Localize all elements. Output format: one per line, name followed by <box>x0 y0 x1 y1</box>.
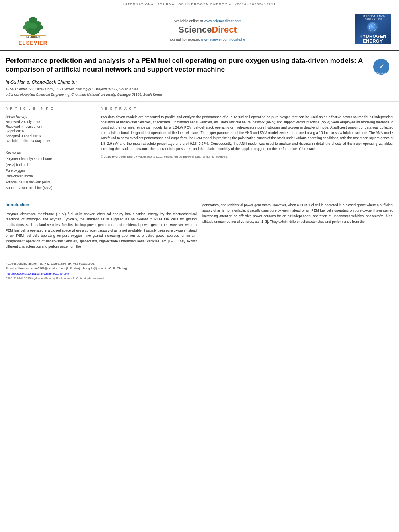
title-text-area: Performance prediction and analysis of a… <box>6 56 369 97</box>
keywords-section: Keywords: Polymer electrolyte membrane (… <box>6 148 87 191</box>
keyword-2: Pure oxygen <box>6 168 87 173</box>
affiliation-b: b School of Applied Chemical Engineering… <box>6 92 369 97</box>
keywords-label: Keywords: <box>6 150 87 154</box>
svg-text:✓: ✓ <box>379 63 384 70</box>
svg-point-6 <box>25 21 31 25</box>
received-value: Received 29 July 2015 <box>6 120 87 125</box>
introduction-text-right: generators, and residential power genera… <box>202 203 393 224</box>
corresponding-label: * Corresponding author. Tel.: +82 625301… <box>6 262 95 265</box>
science-text: Science <box>178 25 212 35</box>
elsevier-logo-area: ELSEVIER ELSEVIER <box>0 12 64 50</box>
affiliation-a: a R&D Center, GS Caltex Corp., 359 Expo-… <box>6 87 369 92</box>
article-info-col: A R T I C L E I N F O Article history: R… <box>6 107 94 191</box>
he-logo-box: InternationalJournal of HYDROGENENERGY <box>355 14 391 44</box>
title-section: Performance prediction and analysis of a… <box>0 51 399 102</box>
affiliations: a R&D Center, GS Caltex Corp., 359 Expo-… <box>6 87 369 97</box>
online-value: Available online 24 May 2016 <box>6 139 87 144</box>
svg-text:CrossMark: CrossMark <box>376 72 387 74</box>
footer-area: * Corresponding author. Tel.: +82 625301… <box>0 258 399 284</box>
svg-point-7 <box>35 21 41 25</box>
journal-homepage-url[interactable]: www.elsevier.com/locate/he <box>201 37 245 41</box>
svg-point-5 <box>37 25 43 30</box>
copyright-line: © 2016 Hydrogen Energy Publications LLC.… <box>101 155 393 158</box>
keyword-4: Artificial neural network (ANN) <box>6 179 87 185</box>
direct-text: Direct <box>212 25 237 35</box>
svg-point-12 <box>371 25 373 27</box>
he-logo-hydrogen: HYDROGENENERGY <box>359 34 387 43</box>
keyword-5: Support vector machine (SVM) <box>6 185 87 191</box>
elsevier-label: ELSEVIER <box>19 40 47 46</box>
abstract-col: A B S T R A C T Two data-driven models a… <box>94 107 393 191</box>
hydrogen-energy-logo-area: InternationalJournal of HYDROGENENERGY <box>351 12 399 50</box>
revised-date: 5 April 2016 <box>6 129 87 134</box>
introduction-text-left: Polymer electrolyte membrane (PEM) fuel … <box>6 212 197 250</box>
journal-bar: INTERNATIONAL JOURNAL OF HYDROGEN ENERGY… <box>0 0 399 8</box>
elsevier-tree-icon: ELSEVIER <box>11 12 55 38</box>
center-header: Available online at www.sciencedirect.co… <box>64 12 351 50</box>
svg-text:ELSEVIER: ELSEVIER <box>26 35 40 38</box>
crossmark-area: ✓ CrossMark <box>369 56 393 97</box>
article-info-header: A R T I C L E I N F O <box>6 107 87 112</box>
main-content: Introduction Polymer electrolyte membran… <box>0 196 399 255</box>
article-title: Performance prediction and analysis of a… <box>6 56 369 74</box>
journal-citation: INTERNATIONAL JOURNAL OF HYDROGEN ENERGY… <box>123 2 276 6</box>
abstract-header: A B S T R A C T <box>101 107 393 112</box>
he-logo-intl: InternationalJournal of <box>361 14 385 21</box>
email-footnote: E-mail addresses: ishan1969@gscaltex.com… <box>6 266 393 271</box>
keyword-1: Polymer electrolyte membrane <box>6 156 87 162</box>
available-online-text: Available online at www.sciencedirect.co… <box>174 19 242 23</box>
doi-line[interactable]: http://dx.doi.org/10.1016/j.ijhydene.201… <box>6 272 393 275</box>
sciencedirect-url[interactable]: www.sciencedirect.com <box>204 19 242 23</box>
header-section: ELSEVIER ELSEVIER Available online at ww… <box>0 8 399 51</box>
keyword-1b: (PEM) fuel cell <box>6 162 87 168</box>
abstract-text: Two data-driven models are presented to … <box>101 115 393 152</box>
info-abstract-section: A R T I C L E I N F O Article history: R… <box>0 102 399 196</box>
email-line: E-mail addresses: ishan1969@gscaltex.com… <box>6 267 128 270</box>
history-label: Article history: <box>6 115 87 119</box>
introduction-title: Introduction <box>6 203 197 208</box>
journal-homepage: journal homepage: www.elsevier.com/locat… <box>170 37 245 41</box>
right-col: generators, and residential power genera… <box>202 203 393 250</box>
sciencedirect-logo: ScienceDirect <box>178 25 237 35</box>
corresponding-author-note: * Corresponding author. Tel.: +82 625301… <box>6 261 393 266</box>
keyword-3: Data-driven model <box>6 173 87 179</box>
doi-link[interactable]: http://dx.doi.org/10.1016/j.ijhydene.201… <box>6 272 69 275</box>
he-logo-circle-icon <box>367 22 378 33</box>
left-col: Introduction Polymer electrolyte membran… <box>6 203 197 250</box>
accepted-value: Accepted 30 April 2016 <box>6 134 87 139</box>
authors-text: In-Su Han a, Chang-Bock Chung b,* <box>6 80 77 84</box>
revised-label: Received in revised form <box>6 125 87 129</box>
page-wrapper: INTERNATIONAL JOURNAL OF HYDROGEN ENERGY… <box>0 0 399 284</box>
issn-line: 0360-3199/© 2016 Hydrogen Energy Publica… <box>6 277 393 280</box>
svg-point-4 <box>23 25 29 30</box>
crossmark-icon: ✓ CrossMark <box>372 58 390 76</box>
authors-line: In-Su Han a, Chang-Bock Chung b,* <box>6 80 369 84</box>
